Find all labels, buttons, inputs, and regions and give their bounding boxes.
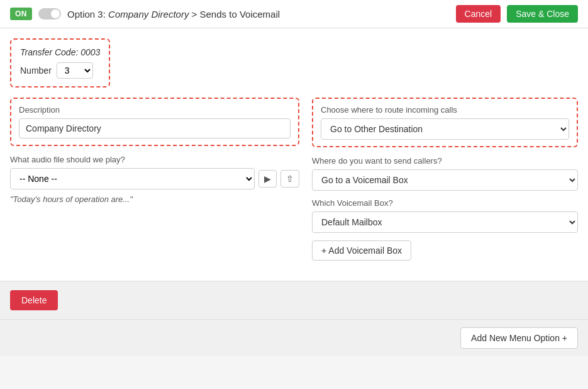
- transfer-box: Transfer Code: 0003 Number 3 1 2 4 5: [10, 38, 110, 87]
- add-menu-option-button[interactable]: Add New Menu Option +: [460, 327, 578, 349]
- title-prefix: Option 3:: [67, 9, 108, 20]
- cancel-button[interactable]: Cancel: [456, 5, 501, 23]
- top-bar: ON Option 3: Company Directory > Sends t…: [0, 0, 588, 28]
- description-route-row: Description What audio file should we pl…: [10, 98, 578, 261]
- audio-row: -- None -- ▶ ⇧: [10, 168, 299, 189]
- save-close-button[interactable]: Save & Close: [507, 5, 578, 23]
- title-italic: Company Directory: [108, 9, 189, 20]
- transfer-code-value: 0003: [80, 47, 100, 57]
- route-select[interactable]: Go to Other Destination Go to a Specific…: [321, 118, 569, 140]
- description-input[interactable]: [19, 118, 291, 138]
- route-label: Choose where to route incoming calls: [321, 105, 569, 115]
- audio-hint: "Today's hours of operation are...": [10, 194, 299, 204]
- voicemail-box-section: Which Voicemail Box? Default Mailbox: [312, 198, 578, 233]
- toggle-on-badge[interactable]: ON: [10, 8, 32, 20]
- number-select[interactable]: 3 1 2 4 5: [57, 62, 93, 79]
- number-label: Number: [20, 65, 52, 76]
- upload-button[interactable]: ⇧: [280, 170, 299, 188]
- description-box: Description: [10, 98, 299, 146]
- audio-select[interactable]: -- None --: [10, 168, 255, 189]
- description-label: Description: [19, 105, 291, 115]
- destination-label: Where do you want to send callers?: [312, 156, 578, 166]
- toggle-switch[interactable]: [38, 8, 61, 20]
- add-voicemail-box-button[interactable]: + Add Voicemail Box: [312, 240, 411, 261]
- destination-select[interactable]: Go to a Voicemail Box Go to an Extension…: [312, 169, 578, 191]
- main-content: Transfer Code: 0003 Number 3 1 2 4 5 Des…: [0, 28, 588, 281]
- description-col: Description What audio file should we pl…: [10, 98, 299, 261]
- destination-section: Where do you want to send callers? Go to…: [312, 156, 578, 191]
- route-box: Choose where to route incoming calls Go …: [312, 98, 578, 147]
- number-row: Number 3 1 2 4 5: [20, 62, 100, 79]
- page-title: Option 3: Company Directory > Sends to V…: [67, 9, 450, 20]
- audio-label: What audio file should we play?: [10, 155, 299, 164]
- play-button[interactable]: ▶: [258, 170, 277, 188]
- audio-section: What audio file should we play? -- None …: [10, 155, 299, 204]
- voicemail-box-select[interactable]: Default Mailbox: [312, 211, 578, 233]
- footer-bar: Add New Menu Option +: [0, 319, 588, 356]
- voicemail-box-label: Which Voicemail Box?: [312, 198, 578, 208]
- route-col: Choose where to route incoming calls Go …: [312, 98, 578, 261]
- title-suffix: > Sends to Voicemail: [189, 9, 280, 20]
- transfer-code-text: Transfer Code: 0003: [20, 47, 100, 57]
- bottom-bar: Delete: [0, 281, 588, 319]
- delete-button[interactable]: Delete: [10, 290, 58, 310]
